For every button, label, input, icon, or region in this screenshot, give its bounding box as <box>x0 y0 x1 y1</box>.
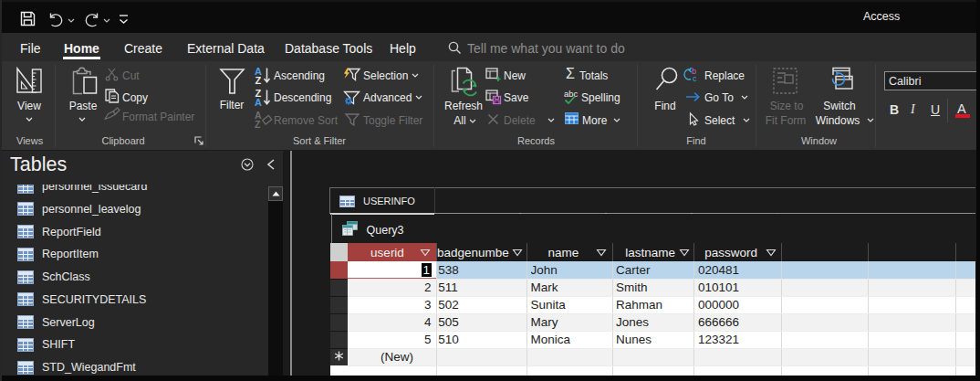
svg-text:Z: Z <box>255 119 261 130</box>
svg-text:c: c <box>693 74 697 83</box>
svg-text:Z: Z <box>255 75 261 86</box>
svg-text:abc: abc <box>564 89 579 99</box>
svg-text:A: A <box>255 97 262 108</box>
